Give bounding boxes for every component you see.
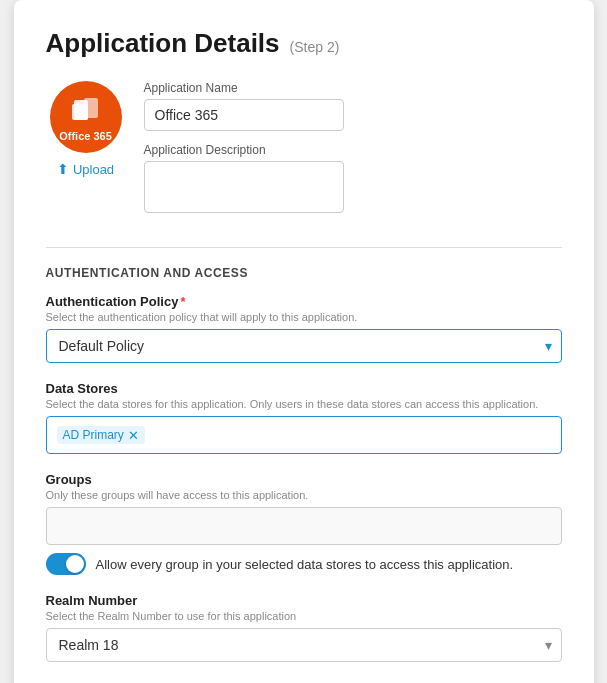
tag-ad-primary: AD Primary ✕ [57,426,145,444]
realm-select-wrapper: Realm 18 ▾ [46,628,562,662]
data-stores-tags-input[interactable]: AD Primary ✕ [46,416,562,454]
groups-desc: Only these groups will have access to th… [46,489,562,501]
app-icon-label: Office 365 [59,130,112,142]
app-icon: Office 365 [50,81,122,153]
groups-input[interactable] [46,507,562,545]
data-stores-block: Data Stores Select the data stores for t… [46,381,562,454]
upload-button[interactable]: ⬆ Upload [57,161,114,177]
upload-label: Upload [73,162,114,177]
toggle-label: Allow every group in your selected data … [96,557,514,572]
groups-block: Groups Only these groups will have acces… [46,472,562,575]
realm-select[interactable]: Realm 18 [46,628,562,662]
section-divider [46,247,562,248]
application-details-card: Application Details (Step 2) Office 365 … [14,0,594,683]
allow-groups-toggle[interactable] [46,553,86,575]
form-fields: Application Name Application Description [144,81,562,229]
toggle-row: Allow every group in your selected data … [46,553,562,575]
step-label: (Step 2) [290,39,340,55]
svg-rect-2 [72,104,88,120]
app-icon-col: Office 365 ⬆ Upload [46,81,126,177]
realm-label: Realm Number [46,593,562,608]
auth-policy-label: Authentication Policy* [46,294,562,309]
realm-desc: Select the Realm Number to use for this … [46,610,562,622]
auth-policy-select-wrapper: Default Policy ▾ [46,329,562,363]
app-desc-input[interactable] [144,161,344,213]
app-desc-label: Application Description [144,143,562,157]
app-name-input[interactable] [144,99,344,131]
tag-remove-icon[interactable]: ✕ [128,429,139,442]
app-desc-group: Application Description [144,143,562,217]
toggle-knob [66,555,84,573]
auth-policy-desc: Select the authentication policy that wi… [46,311,562,323]
tag-label: AD Primary [63,428,124,442]
office-365-icon [68,92,104,128]
required-star: * [180,294,185,309]
app-name-label: Application Name [144,81,562,95]
auth-policy-block: Authentication Policy* Select the authen… [46,294,562,363]
auth-policy-select[interactable]: Default Policy [46,329,562,363]
data-stores-desc: Select the data stores for this applicat… [46,398,562,410]
page-title: Application Details [46,28,280,59]
app-info-row: Office 365 ⬆ Upload Application Name App… [46,81,562,229]
section-title: AUTHENTICATION AND ACCESS [46,266,562,280]
groups-label: Groups [46,472,562,487]
page-title-row: Application Details (Step 2) [46,28,562,59]
realm-block: Realm Number Select the Realm Number to … [46,593,562,662]
app-name-group: Application Name [144,81,562,131]
data-stores-label: Data Stores [46,381,562,396]
upload-icon: ⬆ [57,161,69,177]
